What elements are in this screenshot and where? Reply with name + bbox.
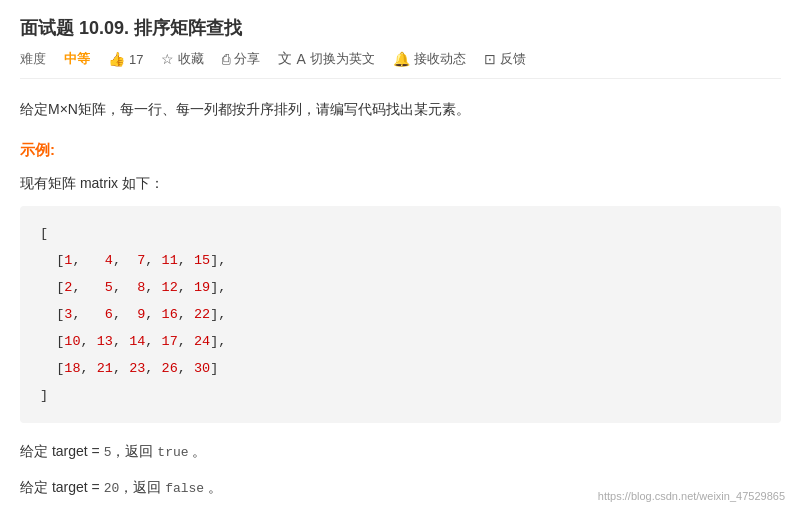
feedback-button[interactable]: ⊡ 反馈 [484,50,526,68]
target2-value: 20 [104,481,120,496]
matrix-line-5: [18, 21, 23, 26, 30] [40,355,761,382]
example-title: 示例: [20,136,781,163]
bell-icon: 🔔 [393,51,410,67]
return1-value: true [157,445,188,460]
difficulty-value: 中等 [64,50,90,68]
matrix-code-block: [ [1, 4, 7, 11, 15], [2, 5, 8, 12, 19], … [20,206,781,423]
switch-lang-button[interactable]: 文A 切换为英文 [278,50,374,68]
star-icon: ☆ [161,51,174,67]
subscribe-button[interactable]: 🔔 接收动态 [393,50,466,68]
difficulty-label: 难度 [20,50,46,68]
share-icon: ⎙ [222,51,230,67]
matrix-line-6: ] [40,382,761,409]
translate-icon-a: A [296,51,305,67]
meta-bar: 难度 中等 👍 17 ☆ 收藏 ⎙ 分享 文A 切换为英文 🔔 接收动态 ⊡ 反… [20,50,781,79]
matrix-line-1: [1, 4, 7, 11, 15], [40,247,761,274]
share-label: 分享 [234,50,260,68]
intro-text: 给定M×N矩阵，每一行、每一列都按升序排列，请编写代码找出某元素。 [20,97,781,122]
subscribe-label: 接收动态 [414,50,466,68]
switch-lang-label: 切换为英文 [310,50,375,68]
share-button[interactable]: ⎙ 分享 [222,50,260,68]
matrix-line-4: [10, 13, 14, 17, 24], [40,328,761,355]
return2-value: false [165,481,204,496]
like-button[interactable]: 👍 17 [108,51,143,67]
result1-text: 给定 target = 5，返回 true 。 [20,439,781,464]
target1-value: 5 [104,445,112,460]
matrix-line-0: [ [40,220,761,247]
page-title: 面试题 10.09. 排序矩阵查找 [20,16,242,40]
matrix-line-2: [2, 5, 8, 12, 19], [40,274,761,301]
main-content: 给定M×N矩阵，每一行、每一列都按升序排列，请编写代码找出某元素。 示例: 现有… [20,97,781,500]
like-count: 17 [129,52,143,67]
collect-button[interactable]: ☆ 收藏 [161,50,204,68]
matrix-line-3: [3, 6, 9, 16, 22], [40,301,761,328]
footer-link: https://blog.csdn.net/weixin_47529865 [598,490,785,502]
like-icon: 👍 [108,51,125,67]
collect-label: 收藏 [178,50,204,68]
translate-icon: 文 [278,50,292,68]
feedback-label: 反馈 [500,50,526,68]
example-desc: 现有矩阵 matrix 如下： [20,171,781,196]
feedback-icon: ⊡ [484,51,496,67]
